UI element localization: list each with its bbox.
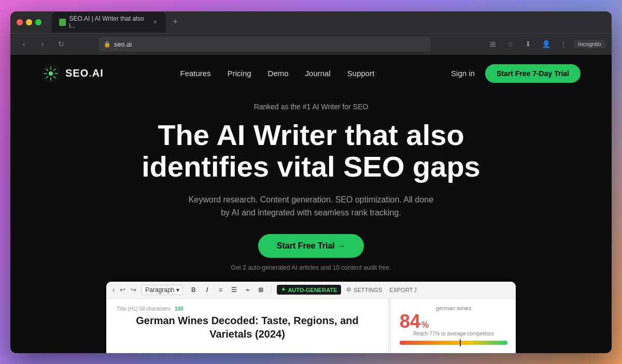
- italic-button[interactable]: I: [202, 285, 212, 295]
- tab-title: SEO.AI | AI Writer that also i...: [69, 15, 148, 30]
- bold-button[interactable]: B: [188, 285, 199, 295]
- refresh-button[interactable]: ↻: [54, 37, 68, 51]
- editor-preview: ‹ ↩ ↪ Paragraph ▾ B I ≡ ☰ ⌁ ⊞: [106, 282, 516, 353]
- table-button[interactable]: ⊞: [256, 285, 266, 295]
- toolbar-separator: [271, 286, 272, 294]
- website-content: SEO.AI Features Pricing Demo Journal Sup…: [10, 55, 612, 353]
- seo-panel: german wines 84 % Reach 77% to average c…: [391, 299, 516, 353]
- export-button[interactable]: EXPORT ⤴: [389, 287, 417, 293]
- seo-metric-title: TITLE Optimised: [400, 351, 507, 353]
- title-meta: Title (H1) 58 characters 100: [117, 306, 378, 312]
- nav-demo[interactable]: Demo: [268, 69, 289, 78]
- link-button[interactable]: ⌁: [242, 285, 252, 295]
- export-icon: ⤴: [414, 287, 417, 293]
- bookmark-icon[interactable]: ☆: [503, 37, 518, 51]
- bullet-list-button[interactable]: ☰: [229, 285, 239, 295]
- article-title: German Wines Decoded: Taste, Regions, an…: [117, 314, 378, 341]
- settings-dots-icon[interactable]: ⋮: [556, 37, 571, 51]
- main-nav: SEO.AI Features Pricing Demo Journal Sup…: [10, 55, 612, 92]
- extensions-icon[interactable]: ⊞: [486, 37, 500, 51]
- editor-redo-icon[interactable]: ↪: [131, 286, 136, 294]
- auto-generate-button[interactable]: ✦ AUTO-GENERATE: [277, 285, 341, 295]
- seo-bar-marker: [460, 339, 461, 346]
- settings-label: SETTINGS: [354, 287, 382, 293]
- auto-generate-label: AUTO-GENERATE: [288, 287, 337, 293]
- export-label: EXPORT: [389, 287, 413, 293]
- tab-close-icon[interactable]: ✕: [152, 19, 159, 26]
- nav-journal[interactable]: Journal: [305, 69, 331, 78]
- seo-score-note: Reach 77% to average competitors: [400, 331, 507, 337]
- gear-icon: ⚙: [346, 286, 351, 293]
- number-list-button[interactable]: ≡: [215, 285, 225, 295]
- hero-cta-button[interactable]: Start Free Trial →: [258, 234, 364, 258]
- tab-favicon: [59, 19, 66, 26]
- browser-window: SEO.AI | AI Writer that also i... ✕ + ‹ …: [10, 11, 612, 353]
- address-bar[interactable]: 🔒 seo.ai: [98, 37, 430, 51]
- seo-metrics: TITLE Optimised CONTENT LENGTH Optimised…: [400, 351, 507, 353]
- forward-button[interactable]: ›: [35, 37, 50, 51]
- hero-title: The AI Writer that also identifies vital…: [142, 119, 480, 183]
- editor-back-icon: ‹: [112, 286, 115, 294]
- hero-description: Keyword research. Content generation. SE…: [187, 193, 435, 220]
- sparkle-icon: ✦: [281, 286, 286, 293]
- close-button[interactable]: [17, 19, 23, 25]
- nav-features[interactable]: Features: [180, 69, 211, 78]
- editor-undo-icon[interactable]: ↩: [120, 286, 125, 294]
- download-icon[interactable]: ⬇: [521, 37, 535, 51]
- incognito-badge: Incognito: [574, 40, 605, 48]
- lock-icon: 🔒: [104, 41, 111, 48]
- profile-icon[interactable]: 👤: [539, 37, 553, 51]
- seo-score: 84: [400, 312, 420, 331]
- title-meta-text: Title (H1) 58 characters: [117, 306, 171, 312]
- tab-bar: SEO.AI | AI Writer that also i... ✕ +: [52, 12, 605, 33]
- seo-metric-status-title: Optimised: [485, 353, 507, 353]
- hero-title-line2: identifies vital SEO gaps: [142, 150, 480, 183]
- nav-links: Features Pricing Demo Journal Support: [180, 69, 375, 78]
- hero-section: Ranked as the #1 AI Writer for SEO The A…: [10, 92, 612, 353]
- chevron-down-icon: ▾: [176, 286, 179, 294]
- logo-text: SEO.AI: [65, 67, 104, 79]
- nav-cta-button[interactable]: Start Free 7-Day Trial: [485, 64, 581, 83]
- logo-icon: [41, 64, 60, 83]
- browser-toolbar: ‹ › ↻ 🔒 seo.ai ⊞ ☆ ⬇ 👤 ⋮ Incognito: [10, 33, 612, 55]
- style-selector-label: Paragraph: [145, 286, 174, 294]
- nav-pricing[interactable]: Pricing: [228, 69, 251, 78]
- logo[interactable]: SEO.AI: [41, 64, 104, 83]
- hero-title-line1: The AI Writer that also: [158, 119, 464, 151]
- style-selector[interactable]: Paragraph ▾: [142, 285, 183, 295]
- traffic-lights: [17, 19, 41, 25]
- seo-score-unit: %: [421, 321, 429, 330]
- nav-support[interactable]: Support: [347, 69, 375, 78]
- editor-body: Title (H1) 58 characters 100 German Wine…: [106, 299, 516, 353]
- hero-cta-note: Get 2 auto-generated AI articles and 10 …: [231, 264, 391, 271]
- editor-toolbar: ‹ ↩ ↪ Paragraph ▾ B I ≡ ☰ ⌁ ⊞: [106, 282, 516, 299]
- char-count: 100: [175, 306, 183, 312]
- seo-score-bar: [400, 341, 507, 345]
- signin-link[interactable]: Sign in: [451, 69, 475, 78]
- nav-right: Sign in Start Free 7-Day Trial: [451, 64, 581, 83]
- settings-button[interactable]: ⚙ SETTINGS: [346, 286, 382, 293]
- back-button[interactable]: ‹: [17, 37, 31, 51]
- format-buttons: B I ≡ ☰ ⌁ ⊞: [188, 285, 266, 295]
- url-display: seo.ai: [114, 40, 132, 48]
- editor-panel-divider: [390, 299, 390, 353]
- toolbar-right: ⊞ ☆ ⬇ 👤 ⋮ Incognito: [486, 37, 605, 51]
- maximize-button[interactable]: [35, 19, 41, 25]
- svg-point-9: [49, 71, 53, 76]
- seo-metric-label-title: TITLE: [400, 353, 414, 353]
- hero-subtitle: Ranked as the #1 AI Writer for SEO: [254, 103, 369, 111]
- editor-main[interactable]: Title (H1) 58 characters 100 German Wine…: [106, 299, 389, 353]
- new-tab-button[interactable]: +: [168, 15, 182, 30]
- active-tab[interactable]: SEO.AI | AI Writer that also i... ✕: [52, 12, 166, 33]
- browser-titlebar: SEO.AI | AI Writer that also i... ✕ +: [10, 11, 612, 33]
- minimize-button[interactable]: [26, 19, 32, 25]
